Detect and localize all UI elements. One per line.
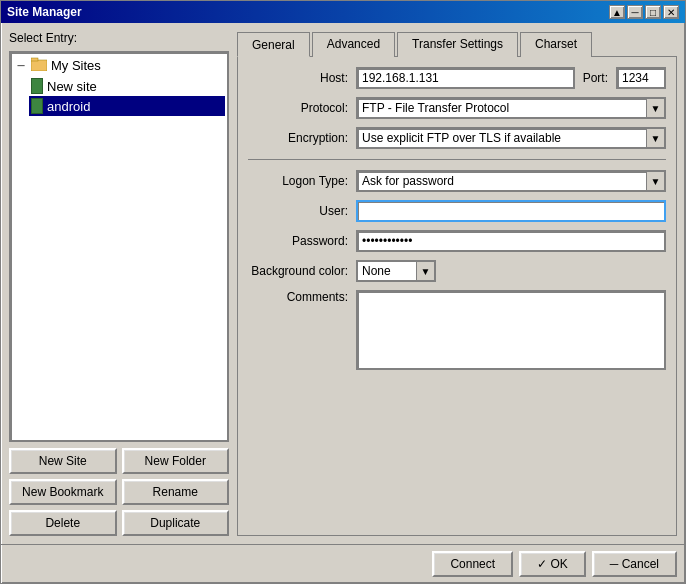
site-icon-newsite	[31, 78, 43, 94]
encryption-label: Encryption:	[248, 131, 348, 145]
password-input[interactable]	[356, 230, 666, 252]
password-row: Password:	[248, 230, 666, 252]
tree-children: New site android	[13, 76, 225, 116]
minimize-button[interactable]: ─	[627, 5, 643, 19]
host-port-container: Port:	[356, 67, 666, 89]
tree-item-newsite[interactable]: New site	[29, 76, 225, 96]
protocol-select[interactable]: FTP - File Transfer Protocol SFTP - SSH …	[356, 97, 666, 119]
logon-type-row: Logon Type: Ask for password Normal Anon…	[248, 170, 666, 192]
tree-root-item[interactable]: ─ My Sites	[13, 55, 225, 76]
comments-label: Comments:	[248, 290, 348, 304]
rename-button[interactable]: Rename	[122, 479, 230, 505]
maximize-button[interactable]: □	[645, 5, 661, 19]
close-button[interactable]: ✕	[663, 5, 679, 19]
titlebar-arrow[interactable]: ▲	[609, 5, 625, 19]
logon-type-select-wrapper: Ask for password Normal Anonymous Intera…	[356, 170, 666, 192]
tab-advanced[interactable]: Advanced	[312, 32, 395, 57]
bg-color-select-wrapper: None Red Green Blue ▼	[356, 260, 436, 282]
new-bookmark-button[interactable]: New Bookmark	[9, 479, 117, 505]
window-content: Select Entry: ─ My Sites New sit	[1, 23, 685, 544]
svg-rect-0	[31, 60, 47, 71]
site-icon-android	[31, 98, 43, 114]
left-buttons: New Site New Folder New Bookmark Rename …	[9, 448, 229, 536]
site-tree[interactable]: ─ My Sites New site	[9, 51, 229, 442]
right-panel: General Advanced Transfer Settings Chars…	[237, 31, 677, 536]
encryption-select[interactable]: Use explicit FTP over TLS if available O…	[356, 127, 666, 149]
duplicate-button[interactable]: Duplicate	[122, 510, 230, 536]
new-folder-button[interactable]: New Folder	[122, 448, 230, 474]
select-entry-label: Select Entry:	[9, 31, 229, 45]
logon-type-label: Logon Type:	[248, 174, 348, 188]
tree-item-android[interactable]: android	[29, 96, 225, 116]
bg-color-label: Background color:	[248, 264, 348, 278]
host-input[interactable]	[356, 67, 575, 89]
user-row: User:	[248, 200, 666, 222]
port-label: Port:	[583, 71, 608, 85]
encryption-row: Encryption: Use explicit FTP over TLS if…	[248, 127, 666, 149]
ok-button[interactable]: ✓ OK	[519, 551, 586, 577]
protocol-label: Protocol:	[248, 101, 348, 115]
bottom-bar: Connect ✓ OK ─ Cancel	[1, 544, 685, 583]
svg-rect-1	[31, 58, 38, 61]
android-label: android	[47, 99, 90, 114]
left-panel: Select Entry: ─ My Sites New sit	[9, 31, 229, 536]
host-row: Host: Port:	[248, 67, 666, 89]
port-input[interactable]	[616, 67, 666, 89]
comments-row: Comments:	[248, 290, 666, 370]
connect-button[interactable]: Connect	[432, 551, 513, 577]
tab-content-general: Host: Port: Protocol: FTP - File Transfe…	[237, 56, 677, 536]
folder-icon	[31, 57, 47, 74]
bg-color-row: Background color: None Red Green Blue ▼	[248, 260, 666, 282]
cancel-button[interactable]: ─ Cancel	[592, 551, 677, 577]
tab-bar: General Advanced Transfer Settings Chars…	[237, 31, 677, 56]
password-label: Password:	[248, 234, 348, 248]
logon-type-select[interactable]: Ask for password Normal Anonymous Intera…	[356, 170, 666, 192]
title-bar: Site Manager ▲ ─ □ ✕	[1, 1, 685, 23]
tab-general[interactable]: General	[237, 32, 310, 57]
new-site-button[interactable]: New Site	[9, 448, 117, 474]
comments-textarea[interactable]	[356, 290, 666, 370]
root-label: My Sites	[51, 58, 101, 73]
tab-transfer-settings[interactable]: Transfer Settings	[397, 32, 518, 57]
title-controls: ▲ ─ □ ✕	[609, 5, 679, 19]
delete-button[interactable]: Delete	[9, 510, 117, 536]
protocol-row: Protocol: FTP - File Transfer Protocol S…	[248, 97, 666, 119]
divider-1	[248, 159, 666, 160]
tree-expand-icon[interactable]: ─	[15, 60, 27, 72]
window-title: Site Manager	[7, 5, 82, 19]
encryption-select-wrapper: Use explicit FTP over TLS if available O…	[356, 127, 666, 149]
user-input[interactable]	[356, 200, 666, 222]
tab-charset[interactable]: Charset	[520, 32, 592, 57]
user-label: User:	[248, 204, 348, 218]
bg-color-select[interactable]: None Red Green Blue	[356, 260, 436, 282]
host-label: Host:	[248, 71, 348, 85]
site-manager-window: Site Manager ▲ ─ □ ✕ Select Entry: ─	[0, 0, 686, 584]
newsite-label: New site	[47, 79, 97, 94]
protocol-select-wrapper: FTP - File Transfer Protocol SFTP - SSH …	[356, 97, 666, 119]
